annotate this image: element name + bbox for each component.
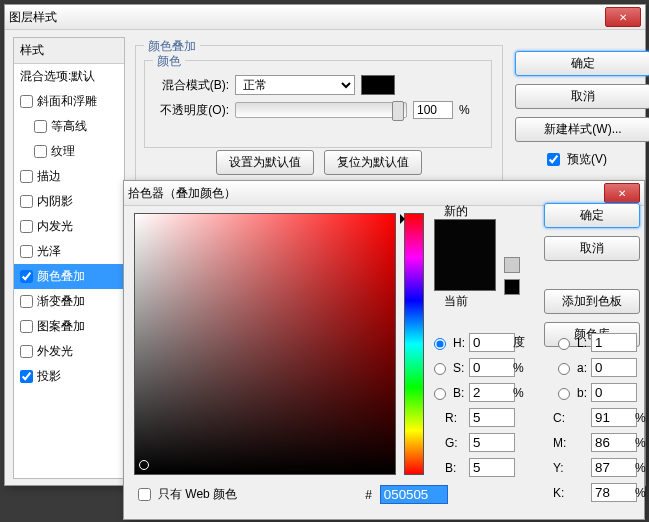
k-input[interactable] <box>591 483 637 502</box>
style-checkbox[interactable] <box>20 295 33 308</box>
picker-buttons: 确定 取消 添加到色板 颜色库 <box>544 203 634 347</box>
styles-header[interactable]: 样式 <box>14 38 124 64</box>
gamut-warning-icon[interactable] <box>504 257 520 273</box>
style-label: 内阴影 <box>37 193 73 210</box>
color-preview <box>434 219 496 291</box>
blend-mode-select[interactable]: 正常 <box>235 75 355 95</box>
slider-thumb[interactable] <box>392 101 404 121</box>
a-input[interactable] <box>591 358 637 377</box>
style-item-11[interactable]: 投影 <box>14 364 124 389</box>
r-input[interactable] <box>469 408 515 427</box>
style-item-0[interactable]: 斜面和浮雕 <box>14 89 124 114</box>
style-checkbox[interactable] <box>20 320 33 333</box>
style-checkbox[interactable] <box>20 345 33 358</box>
reset-default-button[interactable]: 复位为默认值 <box>324 150 422 175</box>
blend-mode-label: 混合模式(B): <box>153 77 229 94</box>
picker-title: 拾色器（叠加颜色） <box>128 185 236 202</box>
style-label: 渐变叠加 <box>37 293 85 310</box>
hue-slider[interactable] <box>404 213 424 475</box>
style-item-6[interactable]: 光泽 <box>14 239 124 264</box>
preview-checkbox[interactable] <box>547 153 560 166</box>
hex-input[interactable] <box>380 485 448 504</box>
sv-cursor[interactable] <box>139 460 149 470</box>
close-icon[interactable]: ✕ <box>605 7 641 27</box>
style-item-3[interactable]: 描边 <box>14 164 124 189</box>
subsection-title: 颜色 <box>153 53 185 70</box>
add-swatch-button[interactable]: 添加到色板 <box>544 289 640 314</box>
y-input[interactable] <box>591 458 637 477</box>
l-radio[interactable] <box>558 338 570 350</box>
l-input[interactable] <box>591 333 637 352</box>
color-overlay-section: 颜色叠加 颜色 混合模式(B): 正常 不透明度(O): % 设置为默认值 复位… <box>135 45 503 191</box>
style-item-2[interactable]: 纹理 <box>14 139 124 164</box>
style-label: 图案叠加 <box>37 318 85 335</box>
bc-input[interactable] <box>469 458 515 477</box>
opacity-label: 不透明度(O): <box>153 102 229 119</box>
hash-label: # <box>365 488 372 502</box>
m-input[interactable] <box>591 433 637 452</box>
style-label: 描边 <box>37 168 61 185</box>
style-label: 光泽 <box>37 243 61 260</box>
style-checkbox[interactable] <box>20 270 33 283</box>
style-checkbox[interactable] <box>34 120 47 133</box>
style-checkbox[interactable] <box>20 245 33 258</box>
style-checkbox[interactable] <box>20 95 33 108</box>
current-label: 当前 <box>444 293 468 310</box>
style-item-7[interactable]: 颜色叠加 <box>14 264 124 289</box>
style-item-8[interactable]: 渐变叠加 <box>14 289 124 314</box>
h-input[interactable] <box>469 333 515 352</box>
c-input[interactable] <box>591 408 637 427</box>
b-input[interactable] <box>591 383 637 402</box>
websafe-swatch-icon[interactable] <box>504 279 520 295</box>
style-label: 纹理 <box>51 143 75 160</box>
bv-radio[interactable] <box>434 388 446 400</box>
style-label: 颜色叠加 <box>37 268 85 285</box>
style-label: 投影 <box>37 368 61 385</box>
style-checkbox[interactable] <box>20 170 33 183</box>
style-checkbox[interactable] <box>20 220 33 233</box>
opacity-slider[interactable] <box>235 102 407 118</box>
color-picker-dialog: 拾色器（叠加颜色） ✕ 新的 当前 确定 取消 添加到色板 颜色库 H: 度 L… <box>123 180 645 520</box>
style-checkbox[interactable] <box>34 145 47 158</box>
close-icon[interactable]: ✕ <box>604 183 640 203</box>
style-item-10[interactable]: 外发光 <box>14 339 124 364</box>
style-checkbox[interactable] <box>20 195 33 208</box>
layer-style-buttons: 确定 取消 新建样式(W)... 预览(V) <box>515 51 635 169</box>
picker-cancel-button[interactable]: 取消 <box>544 236 640 261</box>
color-values: H: 度 L: S: % a: B: % b: R: C: % G: M: % … <box>429 333 646 502</box>
style-label: 斜面和浮雕 <box>37 93 97 110</box>
ok-button[interactable]: 确定 <box>515 51 649 76</box>
style-checkbox[interactable] <box>20 370 33 383</box>
set-default-button[interactable]: 设置为默认值 <box>216 150 314 175</box>
hue-thumb-icon[interactable] <box>400 214 405 224</box>
color-subsection: 颜色 混合模式(B): 正常 不透明度(O): % <box>144 60 492 148</box>
style-item-1[interactable]: 等高线 <box>14 114 124 139</box>
new-style-button[interactable]: 新建样式(W)... <box>515 117 649 142</box>
h-radio[interactable] <box>434 338 446 350</box>
web-only-checkbox[interactable] <box>138 488 151 501</box>
style-item-4[interactable]: 内阴影 <box>14 189 124 214</box>
new-label: 新的 <box>444 203 468 220</box>
g-input[interactable] <box>469 433 515 452</box>
a-radio[interactable] <box>558 363 570 375</box>
cancel-button[interactable]: 取消 <box>515 84 649 109</box>
opacity-input[interactable] <box>413 101 453 119</box>
s-radio[interactable] <box>434 363 446 375</box>
saturation-value-field[interactable] <box>134 213 396 475</box>
b-radio[interactable] <box>558 388 570 400</box>
styles-panel: 样式 混合选项:默认 斜面和浮雕等高线纹理描边内阴影内发光光泽颜色叠加渐变叠加图… <box>13 37 125 479</box>
style-label: 等高线 <box>51 118 87 135</box>
blend-options-item[interactable]: 混合选项:默认 <box>14 64 124 89</box>
picker-ok-button[interactable]: 确定 <box>544 203 640 228</box>
style-item-5[interactable]: 内发光 <box>14 214 124 239</box>
overlay-color-swatch[interactable] <box>361 75 395 95</box>
style-label: 内发光 <box>37 218 73 235</box>
style-item-9[interactable]: 图案叠加 <box>14 314 124 339</box>
layer-style-titlebar[interactable]: 图层样式 ✕ <box>5 5 645 30</box>
bv-input[interactable] <box>469 383 515 402</box>
s-input[interactable] <box>469 358 515 377</box>
style-label: 外发光 <box>37 343 73 360</box>
layer-style-title: 图层样式 <box>9 9 57 26</box>
